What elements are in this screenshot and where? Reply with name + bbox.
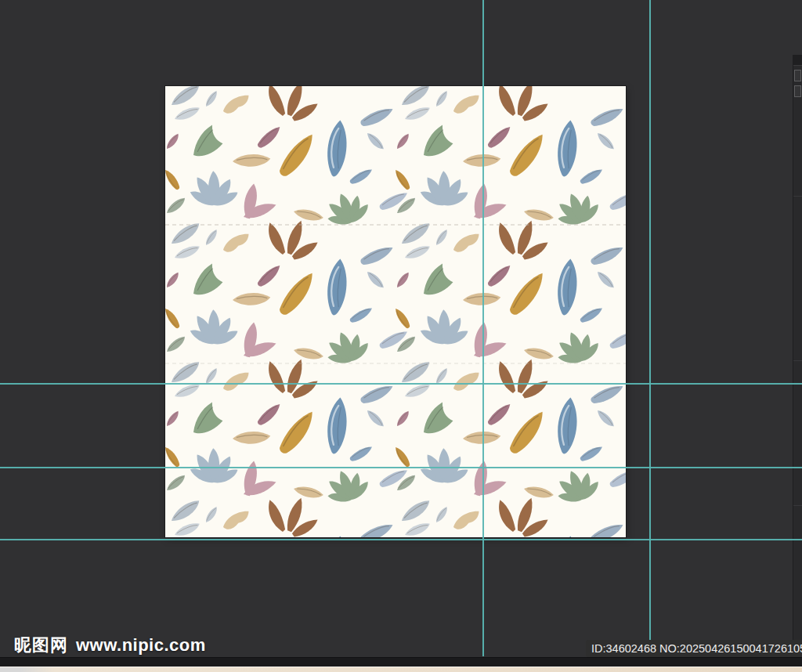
leaf-leafB (390, 308, 414, 329)
leaf-leafB (590, 376, 624, 410)
leaf-sprig (550, 323, 605, 374)
leaf-leafA (404, 246, 431, 259)
leaf-leafB (579, 302, 602, 327)
leaf-sprig (417, 168, 471, 214)
panel-separator (793, 505, 802, 506)
leaf-leafA (398, 500, 433, 522)
leaf-claw (498, 358, 549, 399)
leaf-feather (325, 396, 349, 454)
leaf-leafA (393, 410, 412, 427)
leaf-leafA (232, 426, 270, 450)
leaf-leafA (174, 385, 200, 398)
image-id-text: ID:34602468 NO:20250426150041726105 (591, 642, 802, 655)
collapsed-panel-strip[interactable] (793, 55, 802, 672)
leaf-leafA (398, 361, 433, 384)
leaf-leafB (509, 128, 544, 181)
leaf-leafB (279, 267, 314, 320)
leaf-leafA (174, 107, 200, 121)
guide-horizontal[interactable] (0, 383, 802, 385)
leaf-leafA (165, 197, 188, 215)
leaf-boom (417, 262, 454, 297)
leaf-leafB (509, 267, 544, 320)
leaf-blob (221, 511, 251, 531)
leaf-leafB (257, 399, 280, 429)
leaf-leafA (165, 133, 182, 150)
leaf-leafA (168, 361, 203, 384)
leaf-leafA (293, 479, 323, 504)
leaf-leafB (590, 99, 624, 133)
panel-separator (793, 360, 802, 361)
leaf-leafA (523, 341, 554, 366)
leaf-leafB (359, 237, 394, 272)
leaf-claw (268, 219, 319, 260)
leaf-leafA (168, 222, 203, 245)
leaf-leafA (174, 523, 200, 537)
leaf-blob (451, 233, 482, 254)
leaf-leafB (359, 99, 394, 133)
leaf-leafA (168, 86, 203, 107)
leaf-leafA (165, 336, 188, 353)
leaf-leafA (367, 268, 385, 291)
leaf-leafB (349, 440, 372, 466)
leaf-leafB (609, 185, 626, 216)
panel-button-bottom[interactable] (794, 85, 801, 97)
guide-horizontal[interactable] (0, 539, 802, 540)
leaf-leafA (432, 229, 451, 246)
leaf-pattern-layer (165, 86, 626, 537)
leaf-blob (451, 372, 482, 392)
leaf-leafA (202, 229, 221, 246)
leaf-leafA (393, 272, 412, 288)
leaf-petals (467, 318, 508, 359)
leaf-leafB (279, 128, 314, 181)
leaf-leafB (359, 376, 394, 410)
leaf-leafB (609, 323, 626, 355)
leaf-leafA (404, 107, 431, 121)
leaf-claw (498, 219, 549, 260)
footer-light-strip (0, 667, 802, 672)
leaf-leafA (398, 86, 433, 107)
leaf-boom (417, 401, 454, 435)
leaf-leafA (404, 523, 431, 537)
panel-header (793, 55, 802, 66)
watermark-site-name: 昵图网 (14, 635, 68, 655)
leaf-sprig (320, 461, 374, 513)
leaf-blob (221, 372, 251, 392)
document-canvas[interactable] (165, 86, 626, 537)
leaf-leafA (597, 406, 615, 430)
leaf-leafA (393, 133, 412, 150)
leaf-leafA (523, 479, 554, 504)
leaf-leafB (487, 399, 511, 429)
leaf-feather (555, 119, 580, 177)
leaf-boom (187, 262, 224, 297)
leaf-leafA (232, 287, 270, 311)
footer-dark-strip (0, 657, 802, 667)
leaf-petals (237, 457, 278, 497)
panel-button-top[interactable] (794, 70, 801, 81)
leaf-leafA (165, 272, 182, 288)
leaf-blob (451, 95, 482, 115)
leaf-leafA (523, 202, 554, 227)
leaf-leafB (349, 302, 372, 327)
leaf-claw (268, 86, 319, 121)
pattern-svg (165, 86, 626, 537)
leaf-sprig (320, 184, 374, 236)
leaf-leafB (279, 406, 314, 458)
leaf-leafB (349, 163, 372, 189)
leaf-feather (555, 258, 580, 316)
guide-vertical[interactable] (482, 0, 484, 656)
leaf-feather (325, 119, 349, 177)
leaf-leafB (257, 121, 280, 152)
leaf-claw (498, 497, 549, 537)
guide-horizontal[interactable] (0, 467, 802, 468)
leaf-leafA (165, 410, 182, 427)
leaf-petals (467, 457, 508, 497)
leaf-blob (221, 95, 251, 115)
leaf-leafA (174, 246, 200, 259)
leaf-leafB (390, 169, 414, 190)
leaf-leafA (398, 222, 433, 245)
watermark-site-url: www.nipic.com (76, 635, 206, 655)
guide-vertical[interactable] (649, 0, 651, 656)
leaf-leafB (359, 515, 394, 537)
leaf-leafB (509, 406, 544, 458)
leaf-claw (268, 497, 319, 537)
